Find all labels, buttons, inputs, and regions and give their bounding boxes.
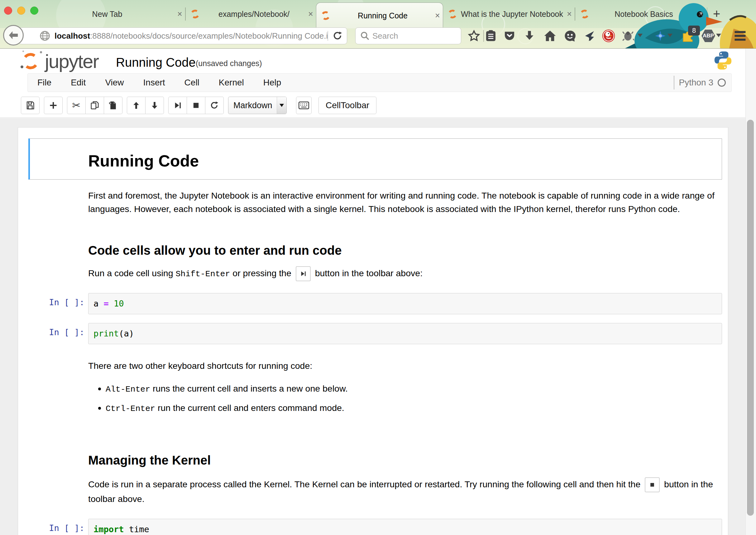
menu-edit[interactable]: Edit xyxy=(61,78,95,88)
download-icon[interactable] xyxy=(522,29,537,43)
tab-label: examples/Notebook/ xyxy=(202,10,305,19)
search-bar[interactable]: Search xyxy=(355,27,461,44)
run-cell-button[interactable] xyxy=(168,97,187,114)
tab-what-is-jupyter[interactable]: What is the Jupyter Notebook × xyxy=(443,0,575,28)
select-dropdown-strip xyxy=(277,97,286,114)
copy-cell-button[interactable] xyxy=(86,97,104,114)
tab-close-icon[interactable]: × xyxy=(305,9,316,19)
extension-icon-2[interactable] xyxy=(653,29,667,43)
markdown-cell-run-instructions[interactable]: Run a code cell using Shift-Enter or pre… xyxy=(28,262,722,289)
adblock-dropdown-caret[interactable] xyxy=(716,34,721,37)
extension-icon-1[interactable] xyxy=(621,29,635,43)
stop-icon xyxy=(649,482,655,488)
tab-new-tab[interactable]: New Tab × xyxy=(40,0,185,28)
reload-icon[interactable] xyxy=(333,31,342,41)
browser-window: New Tab × examples/Notebook/ × Running C… xyxy=(0,0,756,535)
notebook-title[interactable]: Running Code xyxy=(116,55,196,70)
inline-run-button-image xyxy=(296,266,311,281)
save-icon xyxy=(26,101,35,110)
jupyter-logo[interactable]: jupyter xyxy=(22,51,98,70)
cell-type-value: Markdown xyxy=(233,101,277,110)
code-input-2[interactable]: print(a) xyxy=(88,323,722,344)
code-input-3[interactable]: import time time.sleep(10) xyxy=(88,519,722,535)
window-close-button[interactable] xyxy=(4,7,12,14)
markdown-cell-kernel-text[interactable]: Code is run in a separate process called… xyxy=(28,472,722,513)
home-icon[interactable] xyxy=(543,29,557,43)
tab-examples-notebook[interactable]: examples/Notebook/ × xyxy=(186,0,316,28)
jupyter-favicon-icon xyxy=(320,10,331,20)
tab-notebook-basics[interactable]: Notebook Basics × xyxy=(575,0,706,28)
cell-type-select[interactable]: Markdown xyxy=(228,97,287,114)
notebook-h2-code-cells: Code cells allow you to enter and run co… xyxy=(88,242,722,258)
url-path: :8888/notebooks/docs/source/examples/Not… xyxy=(90,31,328,41)
reading-list-icon[interactable] xyxy=(484,29,498,43)
kernel-name: Python 3 xyxy=(679,78,713,88)
celltoolbar-button[interactable]: CellToolbar xyxy=(318,97,376,114)
tab-close-icon[interactable]: × xyxy=(564,9,575,19)
insert-cell-button[interactable] xyxy=(44,97,63,114)
tab-close-icon[interactable]: × xyxy=(695,9,706,19)
pocket-icon[interactable] xyxy=(502,29,517,43)
menu-file[interactable]: File xyxy=(28,78,61,88)
tab-close-icon[interactable]: × xyxy=(432,11,443,20)
window-minimize-button[interactable] xyxy=(17,7,25,14)
inline-code-ctrl-enter: Ctrl-Enter xyxy=(106,404,155,413)
duckduckgo-icon[interactable] xyxy=(602,29,616,43)
markdown-cell-kernel-heading[interactable]: Managing the Kernel xyxy=(28,426,722,472)
scrollbar-thumb[interactable] xyxy=(747,120,754,516)
restart-kernel-button[interactable] xyxy=(205,97,224,114)
extension-1-dropdown-caret[interactable] xyxy=(637,34,643,37)
step-forward-icon xyxy=(300,270,307,277)
code-input-1[interactable]: a = 10 xyxy=(88,293,722,314)
cell-prompt-empty xyxy=(30,147,88,176)
input-prompt: In [ ]: xyxy=(28,519,88,535)
new-tab-button[interactable]: + xyxy=(713,8,720,19)
move-cell-up-button[interactable] xyxy=(127,97,146,114)
search-icon xyxy=(360,31,370,41)
menu-view[interactable]: View xyxy=(95,78,133,88)
tab-label: What is the Jupyter Notebook xyxy=(460,10,564,19)
save-button[interactable] xyxy=(21,97,40,114)
send-kite-icon[interactable] xyxy=(582,29,596,43)
hello-smiley-icon[interactable] xyxy=(563,29,577,43)
extension-2-dropdown-caret[interactable] xyxy=(667,34,672,37)
url-bar[interactable]: localhost:8888/notebooks/docs/source/exa… xyxy=(19,27,347,44)
markdown-cell-intro[interactable]: First and foremost, the Jupyter Notebook… xyxy=(28,180,722,223)
markdown-cell-title[interactable]: Running Code xyxy=(28,138,722,180)
url-text[interactable]: localhost:8888/notebooks/docs/source/exa… xyxy=(55,31,328,41)
scrollbar-track[interactable] xyxy=(745,49,756,535)
jupyter-header: jupyter Running Code (unsaved changes) xyxy=(0,49,756,73)
paste-icon xyxy=(108,101,118,110)
adblock-plus-icon[interactable]: ABP xyxy=(701,29,716,43)
menu-hamburger-icon[interactable] xyxy=(733,29,747,43)
markdown-cell-code-cells[interactable]: Code cells allow you to enter and run co… xyxy=(28,223,722,262)
scissors-icon: ✂ xyxy=(72,100,81,110)
list-item: Alt-Enter runs the current cell and inse… xyxy=(106,382,722,396)
command-palette-button[interactable] xyxy=(296,97,311,114)
move-cell-down-button[interactable] xyxy=(146,97,164,114)
tab-label: New Tab xyxy=(40,10,175,19)
python-logo-icon xyxy=(714,50,732,70)
input-prompt: In [ ]: xyxy=(28,323,88,344)
tab-close-icon[interactable]: × xyxy=(175,9,185,19)
menu-help[interactable]: Help xyxy=(254,78,291,88)
inline-code-alt-enter: Alt-Enter xyxy=(106,385,150,394)
paste-cell-button[interactable] xyxy=(104,97,122,114)
shortcuts-list: Alt-Enter runs the current cell and inse… xyxy=(88,382,722,416)
menu-cell[interactable]: Cell xyxy=(175,78,209,88)
cut-cell-button[interactable]: ✂ xyxy=(67,97,86,114)
menu-insert[interactable]: Insert xyxy=(134,78,175,88)
markdown-cell-shortcuts[interactable]: There are two other keyboard shortcuts f… xyxy=(28,349,722,426)
celltoolbar-label: CellToolbar xyxy=(326,100,369,110)
bookmark-star-icon[interactable] xyxy=(467,29,481,43)
code-cell-3: In [ ]: import time time.sleep(10) xyxy=(28,513,722,535)
globe-icon xyxy=(40,31,50,41)
interrupt-kernel-button[interactable] xyxy=(187,97,205,114)
adblock-plus-label: ABP xyxy=(701,30,715,42)
window-zoom-button[interactable] xyxy=(30,7,38,14)
menu-kernel[interactable]: Kernel xyxy=(209,78,254,88)
arrow-up-icon xyxy=(132,101,141,110)
back-button[interactable] xyxy=(3,25,24,45)
tab-running-code-active[interactable]: Running Code × xyxy=(316,3,443,28)
stop-icon xyxy=(192,101,201,110)
